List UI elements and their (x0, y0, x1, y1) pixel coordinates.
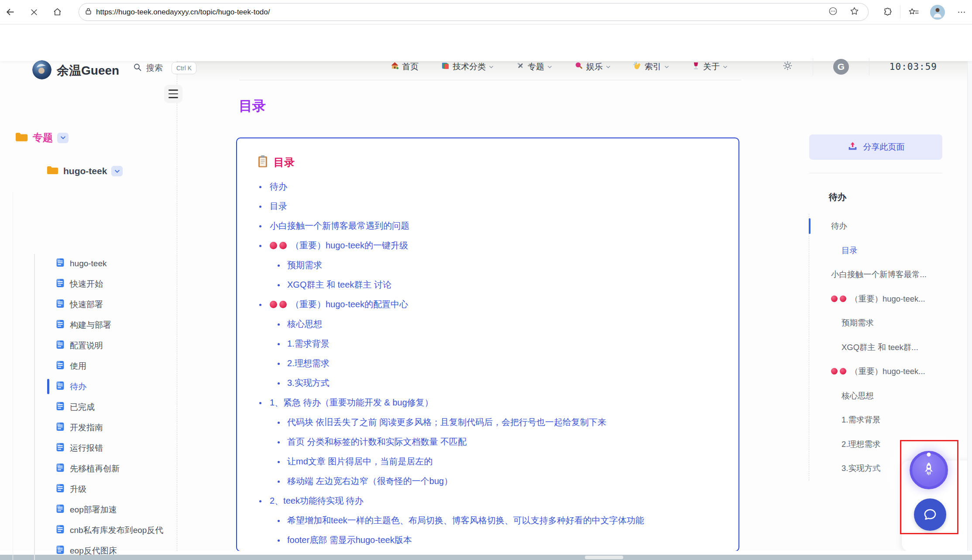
document-icon (55, 483, 65, 495)
toc-link[interactable]: 小白接触一个新博客最常遇到的问题 (270, 220, 409, 232)
page-actions-icon[interactable] (828, 6, 838, 18)
url-text[interactable]: https://hugo-teek.onedayxyy.cn/topic/hug… (96, 8, 828, 17)
browser-toolbar: https://hugo-teek.onedayxyy.cn/topic/hug… (0, 0, 972, 24)
bookmark-star-icon[interactable] (849, 6, 859, 18)
sidebar-item-label: 快速开始 (70, 278, 103, 290)
back-icon[interactable] (2, 4, 18, 20)
toc-link[interactable]: 3.实现方式 (287, 377, 330, 389)
toc-link-row: 1.需求背景 (237, 334, 738, 354)
outline-item-label: XGQ群主 和 teek群... (841, 342, 918, 353)
sidebar-item-label: 使用 (70, 361, 86, 372)
sidebar-item[interactable]: 开发指南 (0, 417, 177, 438)
nav-item-categories[interactable]: 技术分类 (441, 61, 494, 72)
site-logo-avatar[interactable] (32, 60, 52, 79)
outline-item[interactable]: （重要）hugo-teek... (809, 287, 972, 311)
toc-card-title: 目录 (274, 155, 295, 169)
nav-item-topics[interactable]: 专题 (516, 61, 552, 72)
nav-item-index[interactable]: 索引 (633, 61, 669, 72)
toc-link[interactable]: XGQ群主 和 teek群主 讨论 (287, 279, 392, 291)
sidebar-item[interactable]: 已完成 (0, 397, 177, 417)
toc-link[interactable]: 待办 (270, 181, 287, 192)
outline-item[interactable]: XGQ群主 和 teek群... (809, 335, 972, 360)
horizontal-scrollbar-thumb[interactable] (585, 556, 623, 559)
sidebar-item[interactable]: hugo-teek (0, 253, 177, 274)
sidebar-item[interactable]: 配置说明 (0, 335, 177, 356)
sidebar-item[interactable]: 待办 (0, 376, 177, 397)
toc-link[interactable]: footer底部 需显示hugo-teek版本 (287, 534, 412, 546)
outline-item[interactable]: 目录 (809, 238, 972, 263)
collapse-chevron-icon[interactable] (57, 133, 69, 143)
toolbar-divider (900, 5, 900, 18)
lock-icon[interactable] (85, 7, 92, 17)
toc-link[interactable]: 希望增加和teek一样的主题色、布局切换、博客风格切换、可以支持多种好看的中文字… (287, 515, 644, 526)
home-icon[interactable] (49, 4, 65, 20)
extensions-icon[interactable] (880, 4, 896, 20)
browser-menu-icon[interactable] (954, 4, 969, 20)
outline-item[interactable]: 核心思想 (809, 384, 972, 408)
sidebar-item[interactable]: 快速开始 (0, 274, 177, 294)
document-icon (55, 298, 65, 311)
outline-item[interactable]: 待办 (809, 214, 972, 238)
theme-toggle-sun-icon[interactable] (783, 61, 793, 72)
sidebar-root-topics[interactable]: 专题 (15, 131, 69, 144)
toc-link-row: 让md文章 图片得居中，当前是居左的 (237, 452, 738, 471)
toc-link[interactable]: 让md文章 图片得居中，当前是居左的 (287, 456, 433, 467)
collapse-chevron-icon[interactable] (111, 166, 123, 176)
document-icon (55, 360, 65, 372)
toc-link[interactable]: 首页 分类和标签的计数和实际文档数量 不匹配 (287, 436, 467, 448)
profile-avatar[interactable] (930, 4, 945, 20)
folder-icon (46, 165, 59, 177)
sidebar-item[interactable]: 先移植再创新 (0, 458, 177, 479)
back-to-top-button[interactable] (910, 451, 948, 489)
toc-link[interactable]: 预期需求 (287, 259, 322, 271)
search-input[interactable]: 搜索 Ctrl K (133, 62, 196, 74)
outline-item-label: 核心思想 (841, 390, 874, 401)
toc-link[interactable]: 1.需求背景 (287, 338, 330, 350)
toc-link[interactable]: （重要）hugo-teek的配置中心 (291, 299, 408, 310)
sidebar-item[interactable]: 快速部署 (0, 294, 177, 315)
toc-card-header: 目录 (257, 155, 295, 170)
sidebar-toggle-button[interactable] (164, 85, 182, 103)
toc-link[interactable]: （重要）hugo-teek的一键升级 (291, 240, 408, 251)
toc-link-row: 核心思想 (237, 314, 738, 334)
outline-item[interactable]: 小白接触一个新博客最常... (809, 262, 972, 287)
document-icon (55, 442, 65, 454)
sidebar-root-label[interactable]: 专题 (33, 131, 53, 144)
site-title[interactable]: 余温Gueen (57, 62, 119, 79)
toc-link[interactable]: 2.理想需求 (287, 357, 330, 369)
toc-link[interactable]: 移动端 左边宽右边窄（很奇怪的一个bug） (287, 475, 453, 487)
sidebar-item-label: 升级 (70, 484, 86, 495)
toc-link[interactable]: 1、紧急 待办（重要功能开发 & bug修复） (270, 397, 433, 409)
favorites-bar-icon[interactable] (906, 4, 921, 20)
toc-link[interactable]: 代码块 依旧丢失了之前 阅读更多风格；且复制代码后，会把行号也一起给复制下来 (287, 416, 606, 428)
sidebar-item-label: 先移植再创新 (70, 463, 120, 474)
sidebar-item[interactable]: eop部署加速 (0, 499, 177, 520)
sidebar-item[interactable]: 使用 (0, 356, 177, 376)
nav-item-entertainment[interactable]: 娱乐 (575, 61, 611, 72)
important-red-ball-icons (270, 242, 287, 249)
outline-item[interactable]: （重要）hugo-teek... (809, 359, 972, 384)
outline-item-label: （重要）hugo-teek... (850, 293, 925, 304)
sidebar-item[interactable]: eop反代图床 (0, 540, 177, 560)
sidebar-item[interactable]: 运行报错 (0, 438, 177, 458)
sidebar-folder-hugo-teek[interactable]: hugo-teek (46, 165, 123, 177)
share-page-button[interactable]: 分享此页面 (809, 134, 942, 160)
outline-item[interactable]: 预期需求 (809, 311, 972, 335)
nav-item-home[interactable]: 首页 (391, 61, 419, 72)
comments-button[interactable] (914, 498, 946, 531)
gitee-icon[interactable]: G (833, 59, 849, 75)
document-icon (55, 319, 65, 331)
sidebar-item[interactable]: 构建与部署 (0, 315, 177, 335)
vertical-scrollbar-gutter[interactable] (967, 24, 972, 555)
sidebar-item[interactable]: cnb私有库发布到eop反代 (0, 520, 177, 540)
toc-link[interactable]: 核心思想 (287, 318, 322, 330)
address-bar[interactable]: https://hugo-teek.onedayxyy.cn/topic/hug… (79, 3, 869, 21)
sidebar-folder-label[interactable]: hugo-teek (63, 166, 107, 176)
toc-link[interactable]: 目录 (270, 200, 287, 212)
toc-link[interactable]: 2、teek功能待实现 待办 (270, 495, 363, 507)
site-header: 余温Gueen 搜索 Ctrl K 首页 技术分类 专题 (0, 24, 972, 61)
nav-item-about[interactable]: 关于 (692, 61, 728, 72)
sidebar-item[interactable]: 升级 (0, 479, 177, 499)
close-tab-icon[interactable] (26, 4, 42, 20)
chevron-down-icon (489, 62, 494, 72)
